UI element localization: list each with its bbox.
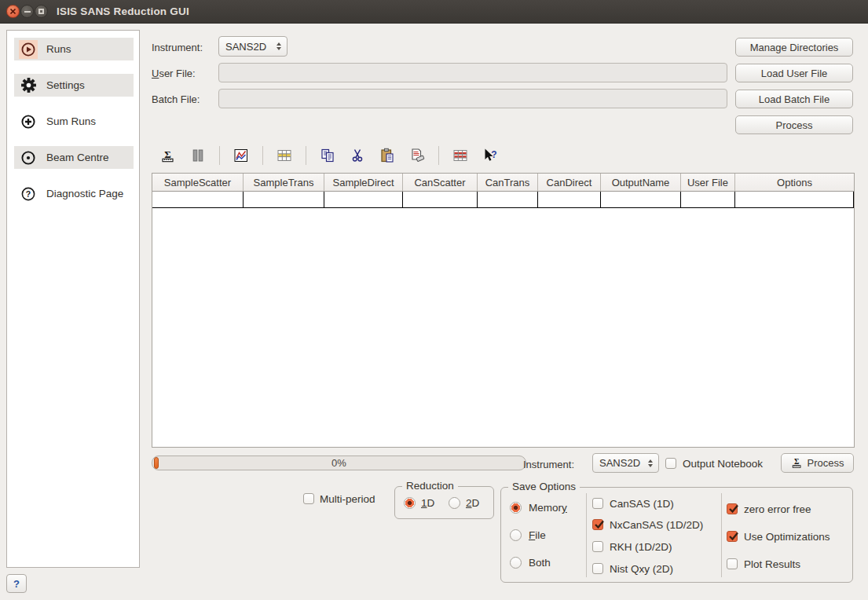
sidebar-item-sum-runs[interactable]: Sum Runs xyxy=(14,110,134,133)
batch-file-label: Batch File: xyxy=(152,93,200,106)
plot-results-checkbox[interactable] xyxy=(727,558,738,569)
multi-period-checkbox[interactable] xyxy=(303,493,314,504)
nist-qxy-label: Nist Qxy (2D) xyxy=(610,562,673,576)
group-separator xyxy=(586,493,587,577)
save-memory-radio[interactable] xyxy=(510,502,522,514)
insert-row-icon[interactable] xyxy=(276,147,293,164)
table-cell[interactable] xyxy=(538,192,601,207)
reduction-2d-radio[interactable] xyxy=(449,497,460,509)
output-notebook-checkbox[interactable] xyxy=(665,458,676,469)
window-title: ISIS SANS Reduction GUI xyxy=(57,0,189,24)
output-notebook-label: Output Notebook xyxy=(683,457,763,470)
sum-process-icon[interactable]: Σ xyxy=(159,147,177,164)
save-options-group-title: Save Options xyxy=(508,481,580,492)
erase-rows-icon[interactable] xyxy=(408,147,426,164)
table-cell[interactable] xyxy=(735,192,854,207)
use-optimizations-checkbox[interactable] xyxy=(727,531,738,542)
save-file-label: File xyxy=(529,529,546,542)
toolbar-separator xyxy=(438,146,439,165)
reduction-group-title: Reduction xyxy=(402,480,458,492)
progress-percent: 0% xyxy=(331,457,346,469)
gear-icon xyxy=(19,76,38,95)
help-button[interactable]: ? xyxy=(6,574,27,593)
svg-text:?: ? xyxy=(26,188,31,198)
cut-icon[interactable] xyxy=(349,147,366,164)
status-instrument-select[interactable]: SANS2D xyxy=(592,453,659,473)
table-cell[interactable] xyxy=(244,192,324,207)
column-header-candirect[interactable]: CanDirect xyxy=(538,174,601,192)
status-instrument-selected-value: SANS2D xyxy=(599,457,640,469)
sidebar-item-diagnostic-page[interactable]: ? Diagnostic Page xyxy=(14,182,134,205)
save-file-radio[interactable] xyxy=(510,529,522,541)
sidebar-item-runs[interactable]: Runs xyxy=(14,38,134,60)
reduction-1d-label: 1D xyxy=(421,496,434,510)
sidebar-label-diagnostic-page: Diagnostic Page xyxy=(46,188,123,199)
column-header-sampletrans[interactable]: SampleTrans xyxy=(244,174,324,192)
load-user-file-button[interactable]: Load User File xyxy=(735,64,853,82)
cansas-label: CanSAS (1D) xyxy=(610,497,674,510)
sidebar-label-sum-runs: Sum Runs xyxy=(46,115,96,127)
zero-error-free-label: zero error free xyxy=(744,503,811,516)
plot-results-icon[interactable] xyxy=(233,147,250,164)
sidebar-item-settings[interactable]: Settings xyxy=(14,74,134,97)
nxcansas-label: NxCanSAS (1D/2D) xyxy=(610,518,703,532)
copy-icon[interactable] xyxy=(319,147,336,164)
column-header-samplescatter[interactable]: SampleScatter xyxy=(152,174,244,192)
table-cell[interactable] xyxy=(324,192,403,207)
process-top-button[interactable]: Process xyxy=(735,115,853,134)
hide-column-icon[interactable] xyxy=(189,147,207,164)
column-header-options[interactable]: Options xyxy=(735,174,854,192)
user-file-input[interactable] xyxy=(218,63,727,82)
column-header-sampledirect[interactable]: SampleDirect xyxy=(324,174,403,192)
whats-this-help-icon[interactable]: ? xyxy=(482,147,499,164)
rkh-label: RKH (1D/2D) xyxy=(610,540,672,554)
table-cell[interactable] xyxy=(403,192,478,207)
instrument-label: Instrument: xyxy=(152,41,203,54)
question-circle-icon: ? xyxy=(19,185,38,203)
process-button-label: Process xyxy=(808,457,844,469)
spinner-arrows-icon[interactable] xyxy=(277,42,281,50)
maximize-window-icon[interactable] xyxy=(35,5,48,18)
table-cell[interactable] xyxy=(681,192,735,207)
save-memory-label: Memory xyxy=(529,501,567,514)
sum-process-icon: Σ xyxy=(791,457,803,469)
toolbar-separator xyxy=(262,146,263,165)
delete-rows-icon[interactable] xyxy=(452,147,469,164)
table-header-row: SampleScatter SampleTrans SampleDirect C… xyxy=(152,174,854,192)
instrument-select[interactable]: SANS2D xyxy=(218,36,288,57)
rkh-checkbox[interactable] xyxy=(592,541,603,552)
paste-icon[interactable] xyxy=(379,147,396,164)
sidebar-item-beam-centre[interactable]: Beam Centre xyxy=(14,146,134,169)
nist-qxy-checkbox[interactable] xyxy=(592,563,603,574)
reduction-1d-radio[interactable] xyxy=(404,497,416,509)
process-button[interactable]: Σ Process xyxy=(781,453,854,473)
sidebar-label-runs: Runs xyxy=(46,43,71,55)
load-batch-file-button[interactable]: Load Batch File xyxy=(735,90,853,108)
table-cell[interactable] xyxy=(152,192,244,207)
close-window-icon[interactable] xyxy=(6,5,20,18)
save-both-radio[interactable] xyxy=(510,557,522,569)
nxcansas-checkbox[interactable] xyxy=(592,519,603,530)
title-bar: ISIS SANS Reduction GUI xyxy=(0,0,868,24)
column-header-cantrans[interactable]: CanTrans xyxy=(478,174,538,192)
column-header-outputname[interactable]: OutputName xyxy=(601,174,681,192)
reduction-2d-label: 2D xyxy=(466,496,479,510)
table-cell[interactable] xyxy=(601,192,681,207)
toolbar-separator xyxy=(219,146,220,165)
cansas-checkbox[interactable] xyxy=(592,498,603,509)
spinner-arrows-icon[interactable] xyxy=(648,459,653,467)
status-instrument-label: Instrument: xyxy=(523,458,574,471)
user-file-label: User File: xyxy=(152,67,196,80)
navigation-sidebar: Runs Settings Sum Runs Beam Centre ? Dia… xyxy=(6,30,140,568)
zero-error-free-checkbox[interactable] xyxy=(727,503,738,514)
play-circle-icon xyxy=(19,40,38,59)
column-header-userfile[interactable]: User File xyxy=(681,174,735,192)
manage-directories-button[interactable]: Manage Directories xyxy=(735,38,853,57)
table-cell[interactable] xyxy=(478,192,538,207)
batch-file-input[interactable] xyxy=(218,89,727,108)
column-header-canscatter[interactable]: CanScatter xyxy=(403,174,478,192)
progress-bar: 0% xyxy=(152,455,526,470)
minimize-window-icon[interactable] xyxy=(20,5,34,18)
plot-results-label: Plot Results xyxy=(744,558,800,571)
close-x-glyph xyxy=(9,8,16,15)
